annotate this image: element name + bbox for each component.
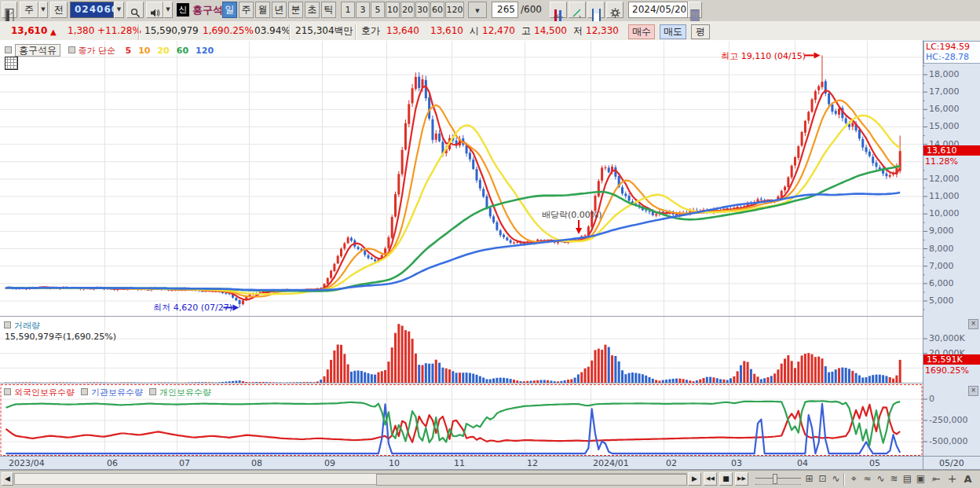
cascade-windows-icon[interactable]: ⊞: [803, 471, 816, 486]
price-tick-label: 6,000: [929, 278, 954, 288]
chart-scrollbar[interactable]: [14, 473, 686, 485]
speaker-dropdown-icon[interactable]: ▼: [163, 2, 173, 18]
bar-spacing-icon[interactable]: [550, 2, 567, 18]
new-window-icon[interactable]: ⊡: [816, 471, 829, 486]
settings-gear-icon[interactable]: [606, 2, 623, 18]
zoom-slider-track[interactable]: [755, 478, 801, 479]
line-style-icon[interactable]: ∿: [829, 471, 843, 486]
ownership-legend-1[interactable]: 기관보유수량: [91, 387, 143, 398]
x-tick-label: 2024/01: [593, 458, 629, 468]
grid-toggle-icon[interactable]: [5, 57, 18, 70]
minute-button-3[interactable]: 3: [356, 2, 370, 18]
buy-button[interactable]: 매수: [628, 24, 655, 39]
price-tick-label: 16,000: [929, 104, 960, 114]
price-tick-label: 5,000: [929, 295, 954, 306]
tab-period-2[interactable]: 월: [255, 2, 270, 18]
ownership-pane-close-icon[interactable]: ×: [968, 386, 978, 396]
chart-canvas[interactable]: [0, 40, 980, 470]
prev-stock-button[interactable]: 전: [50, 2, 68, 18]
ma-legend-10: 10: [138, 46, 150, 56]
change-arrow-icon: ▲: [50, 26, 57, 39]
ma-legend-120: 120: [196, 46, 214, 56]
scrollbar-thumb[interactable]: [376, 474, 687, 486]
minute-button-60[interactable]: 60: [430, 2, 444, 18]
volume-pane-close-icon[interactable]: ×: [968, 319, 978, 329]
current-volume-axis-box: 15,591K: [923, 354, 980, 365]
bar-count-input[interactable]: 265: [492, 2, 518, 18]
top-toolbar: 주 ▼ 전 024060 ▼ ▼ 신 흥구석유 ▼ 265 /600 2024/…: [0, 0, 980, 22]
indicator-chart-icon[interactable]: ▤: [901, 471, 914, 486]
bid-price: 13,610: [430, 24, 463, 37]
tab-period-0[interactable]: 일: [222, 2, 237, 18]
bar-total-label: /600: [521, 2, 547, 18]
scroll-left-button[interactable]: ◀: [2, 472, 13, 486]
zoom-search-icon[interactable]: ⌕: [927, 471, 941, 486]
volume-title[interactable]: 거래량: [14, 321, 40, 331]
sell-button[interactable]: 매도: [660, 24, 686, 39]
ownership-legend: 외국인보유수량기관보유수량개인보유수량: [4, 387, 211, 398]
minute-button-120[interactable]: 120: [445, 2, 464, 18]
legend-symbol[interactable]: 흥구석유: [15, 44, 60, 57]
minute-button-5[interactable]: 5: [371, 2, 385, 18]
wave-tool-icon[interactable]: ∿: [874, 471, 887, 486]
pattern-tool-icon[interactable]: ≋: [887, 471, 901, 486]
current-price: 13,610: [11, 24, 47, 37]
speaker-icon[interactable]: [146, 2, 163, 18]
search-icon[interactable]: [126, 2, 144, 18]
scroll-right-button[interactable]: ▶: [688, 472, 701, 486]
date-input[interactable]: 2024/05/20: [628, 2, 688, 18]
minute-button-20[interactable]: 20: [400, 2, 415, 18]
tab-period-4[interactable]: 분: [288, 2, 303, 18]
minute-button-30[interactable]: 30: [415, 2, 430, 18]
price-change: 1,380: [68, 24, 94, 37]
stop-button[interactable]: ■: [719, 472, 733, 486]
crosshair-tool-icon[interactable]: ⌖: [847, 471, 861, 486]
stock-type-dropdown-icon[interactable]: ▼: [38, 2, 48, 18]
tab-period-5[interactable]: 초: [305, 2, 320, 18]
high-price: 14,500: [534, 24, 567, 37]
annotation-lowest: 최저 4,620 (07/27): [126, 302, 232, 314]
x-axis-last-date: 05/20: [939, 458, 964, 468]
high-label: 고: [521, 24, 531, 37]
interval-dropdown[interactable]: ▼: [468, 2, 487, 18]
x-tick-label: 07: [179, 458, 190, 468]
tab-period-3[interactable]: 년: [272, 2, 287, 18]
stock-chart-window: 주 ▼ 전 024060 ▼ ▼ 신 흥구석유 ▼ 265 /600 2024/…: [0, 0, 980, 488]
code-dropdown-icon[interactable]: ▼: [114, 2, 124, 18]
fast-back-button[interactable]: ◀◀: [704, 472, 717, 486]
ma-legend-60: 60: [177, 46, 188, 56]
lc-value: LC:194.59: [926, 42, 980, 52]
draw-line-icon[interactable]: [569, 2, 586, 18]
compare-chart-icon[interactable]: ≈: [861, 471, 874, 486]
x-tick-label: 2023/04: [9, 458, 45, 468]
low-price: 12,330: [586, 24, 619, 37]
ownership-legend-2[interactable]: 개인보유수량: [159, 387, 211, 398]
open-price: 12,470: [482, 24, 515, 37]
tab-period-1[interactable]: 주: [239, 2, 254, 18]
ownership-tick-label: 0: [929, 394, 934, 404]
snapshot-icon[interactable]: ▣: [914, 471, 927, 486]
fast-forward-button[interactable]: ▶▶: [735, 472, 748, 486]
x-tick-label: 03: [731, 458, 742, 468]
stock-code-input[interactable]: 024060: [70, 2, 114, 18]
save-icon[interactable]: [587, 2, 605, 18]
zoom-in-button[interactable]: +: [945, 471, 959, 486]
chart-area[interactable]: [0, 40, 980, 470]
legend-chip-icon: [68, 46, 75, 53]
stock-type-button[interactable]: 주: [20, 2, 38, 18]
ownership-legend-0[interactable]: 외국인보유수량: [14, 387, 75, 398]
current-price-axis-box: 13,610: [923, 145, 980, 156]
calendar-icon[interactable]: [688, 2, 702, 18]
volume-ratio: 1,690.25%: [203, 24, 254, 37]
ownership-tick-label: -500,000: [929, 436, 967, 446]
main-chart-legend: 흥구석유 종가 단순 5102060120: [5, 44, 214, 57]
trade-value: 215,304백만: [295, 24, 353, 37]
font-size-button[interactable]: A: [961, 471, 975, 486]
x-tick-label: 09: [324, 458, 335, 468]
minute-button-10[interactable]: 10: [386, 2, 400, 18]
avg-button[interactable]: 평: [691, 24, 710, 39]
low-label: 저: [573, 24, 583, 37]
minute-button-1[interactable]: 1: [341, 2, 355, 18]
tab-period-6[interactable]: 틱: [321, 2, 336, 18]
chart-window-icon[interactable]: [2, 2, 17, 18]
